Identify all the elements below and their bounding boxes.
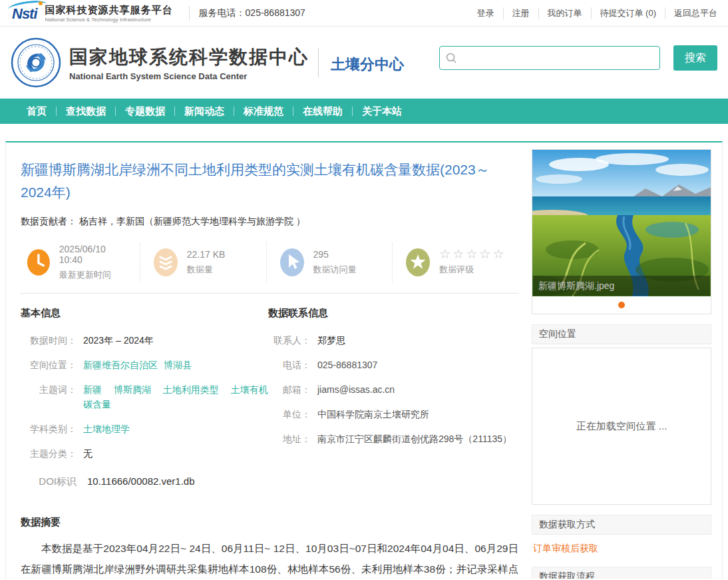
spatial-panel-header: 空间位置 <box>532 324 711 344</box>
basic-info-section: 基本信息 数据时间： 2023年 – 2024年 空间位置： 新疆维吾尔自治区 … <box>21 307 268 499</box>
contact-address-row: 地址： 南京市江宁区麒麟街道创优路298号（211135） <box>268 432 518 446</box>
topbar-links: 登录 注册 我的订单 待提交订单 (0) 返回总平台 <box>468 7 718 19</box>
contact-org-row: 单位： 中国科学院南京土壤研究所 <box>268 407 518 422</box>
keyword-link[interactable]: 土地利用类型 <box>163 384 219 395</box>
nav-item-standards[interactable]: 标准规范 <box>234 105 293 118</box>
visits-value: 295 <box>313 249 357 260</box>
search-input[interactable] <box>439 46 660 70</box>
nav-item-about[interactable]: 关于本站 <box>353 105 411 118</box>
contact-info-heading: 数据联系信息 <box>268 307 518 320</box>
contact-phone-label: 电话： <box>268 358 311 372</box>
contact-person-row: 联系人： 郑梦思 <box>268 333 518 348</box>
rating-stars[interactable]: ☆☆☆☆☆ <box>439 249 506 260</box>
stat-data-volume: 22.17 KB 数据量 <box>140 242 266 282</box>
contact-org-label: 单位： <box>268 407 311 422</box>
doi-value: 10.11666/00082.ver1.db <box>87 474 195 489</box>
stat-visits: 295 数据访问量 <box>266 242 393 282</box>
region-link[interactable]: 新疆维吾尔自治区 <box>83 360 158 370</box>
nav-item-topic-data[interactable]: 专题数据 <box>116 105 174 118</box>
nsti-logo[interactable]: Nsti 国家科技资源共享服务平台 National Science & Tec… <box>11 4 173 23</box>
keyword-link[interactable]: 博斯腾湖 <box>114 384 151 395</box>
rating-label: 数据评级 <box>439 264 506 276</box>
stat-texts: 2025/06/10 10:40 最新更新时间 <box>59 244 128 281</box>
platform-name-en: National Science & Technology Infrastruc… <box>45 17 173 23</box>
site-name-cn: 国家地球系统科学数据中心 <box>69 45 309 70</box>
cursor-icon <box>279 247 305 278</box>
search-button[interactable]: 搜索 <box>673 45 717 71</box>
map-loading-text: 正在加载空间位置 ... <box>576 420 667 433</box>
contact-address-value: 南京市江宁区麒麟街道创优路298号（211135） <box>317 432 512 446</box>
service-phone: 服务电话：025-86881307 <box>199 7 305 19</box>
stat-texts: 22.17 KB 数据量 <box>187 249 226 276</box>
site-name-en: National Earth System Science Data Cente… <box>69 71 309 81</box>
spatial-location-row: 空间位置： 新疆维吾尔自治区 博湖县 <box>21 358 268 372</box>
spatial-location-links: 新疆维吾尔自治区 博湖县 <box>83 358 192 372</box>
login-link[interactable]: 登录 <box>468 7 504 19</box>
image-carousel[interactable]: 新疆博斯腾湖.jpeg <box>532 149 711 314</box>
spatial-location-label: 空间位置： <box>21 358 77 372</box>
pending-orders-link[interactable]: 待提交订单 (0) <box>592 7 666 19</box>
data-volume-icon <box>152 247 179 278</box>
nav-item-news[interactable]: 新闻动态 <box>175 105 234 118</box>
access-method-link[interactable]: 订单审核后获取 <box>532 535 711 563</box>
data-volume-label: 数据量 <box>187 264 226 276</box>
main-container: 新疆博斯腾湖北岸绿洲不同土地利用类型的实测土壤有机碳含量数据(2023～2024… <box>5 141 723 579</box>
nav-item-help[interactable]: 在线帮助 <box>293 105 352 118</box>
contributors-row: 数据贡献者： 杨吉祥，李新国（新疆师范大学地理科学与旅游学院 ） <box>21 216 518 228</box>
spatial-map-box: 正在加载空间位置 ... <box>532 348 711 505</box>
search-icon <box>445 52 457 64</box>
register-link[interactable]: 注册 <box>504 7 539 19</box>
county-link[interactable]: 博湖县 <box>164 360 192 370</box>
site-header: 国家地球系统科学数据中心 National Earth System Scien… <box>0 27 728 99</box>
dataset-detail: 新疆博斯腾湖北岸绿洲不同土地利用类型的实测土壤有机碳含量数据(2023～2024… <box>21 149 532 579</box>
contributors-label: 数据贡献者： <box>21 216 77 226</box>
keywords-row: 主题词： 新疆 博斯腾湖 土地利用类型 土壤有机碳含量 <box>21 382 268 412</box>
nsti-dot-icon <box>39 1 43 5</box>
nav-item-find-data[interactable]: 查找数据 <box>57 105 115 118</box>
back-to-platform-link[interactable]: 返回总平台 <box>665 7 717 19</box>
contact-info-section: 数据联系信息 联系人： 郑梦思 电话： 025-86881307 邮箱： jia… <box>268 307 518 499</box>
nsti-logo-mark: Nsti <box>11 4 41 23</box>
platform-names: 国家科技资源共享服务平台 National Science & Technolo… <box>45 4 173 23</box>
sidebar: 新疆博斯腾湖.jpeg 空间位置 正在加载空间位置 ... 数据获取方式 订单审… <box>532 149 711 579</box>
nav-item-home[interactable]: 首页 <box>17 105 56 118</box>
search-zone: 搜索 <box>439 45 717 71</box>
platform-name-cn: 国家科技资源共享服务平台 <box>45 4 173 17</box>
carousel-dot[interactable] <box>618 302 625 308</box>
contact-person-value: 郑梦思 <box>317 333 345 348</box>
discipline-row: 学科类别： 土壤地理学 <box>21 422 268 436</box>
data-center-logo[interactable] <box>11 37 61 88</box>
keywords-label: 主题词： <box>21 382 77 412</box>
topbar-divider <box>189 6 190 21</box>
star-icon <box>405 247 431 278</box>
data-time-row: 数据时间： 2023年 – 2024年 <box>21 333 268 348</box>
stat-texts: 295 数据访问量 <box>313 249 357 276</box>
topic-category-label: 主题分类： <box>21 446 77 461</box>
keyword-links: 新疆 博斯腾湖 土地利用类型 土壤有机碳含量 <box>83 382 268 412</box>
last-updated-value: 2025/06/10 10:40 <box>59 244 128 265</box>
access-flow-panel-header: 数据获取流程 <box>532 567 711 579</box>
discipline-label: 学科类别： <box>21 422 77 436</box>
my-orders-link[interactable]: 我的订单 <box>539 7 592 19</box>
carousel-indicators <box>532 296 711 314</box>
info-columns: 基本信息 数据时间： 2023年 – 2024年 空间位置： 新疆维吾尔自治区 … <box>21 307 518 499</box>
lake-photo <box>532 150 711 296</box>
abstract-text: 本数据是基于2023年04月22日~ 24日、06月11日~ 12日、10月03… <box>21 538 518 579</box>
discipline-link[interactable]: 土壤地理学 <box>83 422 130 436</box>
header-divider <box>318 48 319 77</box>
access-method-panel-header: 数据获取方式 <box>532 515 711 535</box>
top-utility-bar: Nsti 国家科技资源共享服务平台 National Science & Tec… <box>0 0 728 27</box>
doi-row: DOI标识 10.11666/00082.ver1.db <box>21 474 268 489</box>
doi-label: DOI标识 <box>21 474 77 489</box>
last-updated-label: 最新更新时间 <box>59 269 128 281</box>
contact-person-label: 联系人： <box>268 333 311 348</box>
main-nav: 首页 查找数据 专题数据 新闻动态 标准规范 在线帮助 关于本站 <box>0 99 728 124</box>
keyword-link[interactable]: 新疆 <box>83 384 102 395</box>
contact-phone-row: 电话： 025-86881307 <box>268 358 518 372</box>
search-wrap <box>439 46 660 70</box>
stat-rating: ☆☆☆☆☆ 数据评级 <box>392 242 518 282</box>
data-time-label: 数据时间： <box>21 333 77 348</box>
stats-row: 2025/06/10 10:40 最新更新时间 22.17 KB 数据量 <box>21 242 518 294</box>
clock-icon <box>26 247 51 278</box>
dataset-title: 新疆博斯腾湖北岸绿洲不同土地利用类型的实测土壤有机碳含量数据(2023～2024… <box>21 158 518 204</box>
